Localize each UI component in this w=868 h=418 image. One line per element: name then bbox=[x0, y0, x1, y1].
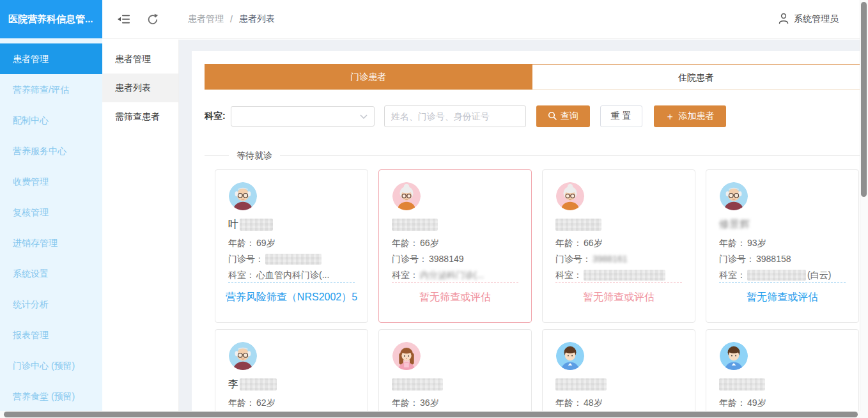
reset-button[interactable]: 重 置 bbox=[600, 105, 642, 127]
patient-name bbox=[555, 377, 682, 391]
patient-info: 年龄：66岁门诊号：3988161科室： bbox=[555, 235, 682, 283]
patient-info-row: 年龄：66岁 bbox=[392, 235, 518, 251]
sidebar-item-11[interactable]: 营养食堂 (预留) bbox=[0, 381, 102, 412]
patient-info: 年龄：93岁门诊号：3988158科室：(白云) bbox=[719, 235, 846, 283]
refresh-icon[interactable] bbox=[147, 13, 159, 25]
sidebar-item-0[interactable]: 患者管理 bbox=[0, 43, 102, 74]
main-area: 门诊患者住院患者 科室: 查询 重 置 bbox=[179, 40, 868, 418]
sidebar-item-10[interactable]: 门诊中心 (预留) bbox=[0, 350, 102, 381]
submenu-item-0[interactable]: 患者管理 bbox=[102, 45, 178, 74]
patient-card[interactable]: 年龄：48岁门诊号：3988176 bbox=[542, 329, 695, 418]
patient-info: 年龄：66岁门诊号：3988149科室：内分泌科门诊(... bbox=[392, 235, 518, 283]
add-patient-button[interactable]: ＋ 添加患者 bbox=[654, 105, 726, 127]
patient-info-row: 年龄：49岁 bbox=[719, 395, 846, 411]
breadcrumb-current: 患者列表 bbox=[239, 13, 275, 25]
vertical-scrollbar[interactable] bbox=[860, 0, 868, 411]
patient-avatar bbox=[719, 182, 748, 211]
censored-text bbox=[584, 270, 665, 281]
sidebar-item-8[interactable]: 统计分析 bbox=[0, 289, 102, 320]
sidebar-item-6[interactable]: 进销存管理 bbox=[0, 228, 102, 258]
patient-info-row: 门诊号： bbox=[228, 251, 355, 267]
query-button[interactable]: 查询 bbox=[536, 105, 590, 127]
patient-info-row: 科室： bbox=[555, 267, 682, 283]
censored-text bbox=[747, 270, 806, 281]
sidebar-item-5[interactable]: 复核管理 bbox=[0, 197, 102, 228]
patient-card[interactable]: 年龄：36岁门诊号： bbox=[378, 329, 532, 418]
patient-avatar bbox=[392, 182, 421, 211]
censored-text bbox=[240, 378, 277, 391]
patient-action-link[interactable]: 暂无筛查或评估 bbox=[706, 291, 858, 304]
sidebar-item-3[interactable]: 营养服务中心 bbox=[0, 135, 102, 166]
sidebar-item-2[interactable]: 配制中心 bbox=[0, 105, 102, 135]
submenu-item-1[interactable]: 患者列表 bbox=[102, 74, 178, 102]
patient-info-row: 年龄：66岁 bbox=[555, 235, 682, 251]
patient-avatar bbox=[555, 182, 585, 211]
breadcrumb: 患者管理 / 患者列表 bbox=[188, 13, 275, 25]
patient-avatar bbox=[719, 341, 748, 371]
secondary-sidebar: 患者管理患者列表需筛查患者 bbox=[102, 40, 179, 418]
patient-card[interactable]: 李 年龄：62岁门诊号： bbox=[215, 329, 368, 418]
patient-info-row: 科室：(白云) bbox=[719, 267, 846, 283]
patient-tabs: 门诊患者住院患者 bbox=[205, 64, 860, 90]
patient-info-row: 年龄：48岁 bbox=[555, 395, 682, 411]
patient-info-row: 年龄：36岁 bbox=[392, 395, 518, 411]
card-dashed-divider bbox=[392, 283, 518, 283]
patient-name bbox=[392, 377, 518, 391]
patient-info-row: 门诊号：3988161 bbox=[555, 251, 682, 267]
patient-card[interactable]: 修景辉 年龄：93岁门诊号：3988158科室：(白云) 暂无筛查或评估 bbox=[706, 169, 859, 323]
primary-sidebar: 医院营养科信息管... 患者管理营养筛查/评估配制中心营养服务中心收费管理复核管… bbox=[0, 0, 102, 418]
censored-text bbox=[392, 219, 438, 231]
content-panel: 门诊患者住院患者 科室: 查询 重 置 bbox=[192, 51, 860, 418]
collapse-menu-icon[interactable] bbox=[118, 14, 130, 24]
tab-1[interactable]: 住院患者 bbox=[532, 64, 860, 89]
patient-name: 修景辉 bbox=[719, 217, 846, 231]
submenu-item-2[interactable]: 需筛查患者 bbox=[102, 102, 178, 131]
censored-text bbox=[555, 219, 601, 231]
patient-avatar bbox=[555, 341, 585, 371]
user-menu[interactable]: 系统管理员 bbox=[779, 13, 839, 26]
censored-text bbox=[555, 378, 607, 391]
plus-icon: ＋ bbox=[665, 111, 675, 123]
horizontal-scrollbar-thumb[interactable] bbox=[4, 412, 858, 417]
patient-info-row: 科室：内分泌科门诊(... bbox=[392, 267, 518, 283]
patient-info-row: 年龄：93岁 bbox=[719, 235, 846, 251]
patient-card[interactable]: 叶 年龄：69岁门诊号：科室：心血管内科门诊(... 营养风险筛查（NRS200… bbox=[215, 169, 368, 323]
chevron-down-icon bbox=[360, 114, 368, 119]
card-dashed-divider bbox=[719, 283, 846, 283]
vertical-scrollbar-thumb[interactable] bbox=[861, 2, 867, 197]
censored-text bbox=[392, 378, 443, 391]
patient-card-grid: 叶 年龄：69岁门诊号：科室：心血管内科门诊(... 营养风险筛查（NRS200… bbox=[215, 169, 860, 418]
card-dashed-divider bbox=[228, 283, 355, 283]
sidebar-item-7[interactable]: 系统设置 bbox=[0, 258, 102, 289]
horizontal-scrollbar[interactable] bbox=[0, 411, 868, 418]
sidebar-item-9[interactable]: 报表管理 bbox=[0, 320, 102, 350]
patient-action-link[interactable]: 暂无筛查或评估 bbox=[543, 291, 695, 304]
app-title: 医院营养科信息管... bbox=[0, 0, 102, 38]
censored-text bbox=[265, 254, 322, 265]
patient-action-link[interactable]: 营养风险筛查（NRS2002）5 bbox=[215, 291, 368, 304]
patient-card[interactable]: 年龄：49岁门诊号： bbox=[706, 329, 859, 418]
patient-info-row: 年龄：62岁 bbox=[228, 395, 355, 411]
user-icon bbox=[779, 13, 789, 26]
dept-select[interactable] bbox=[231, 106, 375, 127]
search-input[interactable] bbox=[384, 105, 526, 127]
patient-name bbox=[719, 377, 846, 391]
patient-name: 叶 bbox=[228, 217, 355, 231]
patient-name bbox=[392, 217, 518, 231]
patient-action-link[interactable]: 暂无筛查或评估 bbox=[379, 291, 531, 304]
primary-menu: 患者管理营养筛查/评估配制中心营养服务中心收费管理复核管理进销存管理系统设置统计… bbox=[0, 43, 102, 412]
sidebar-item-1[interactable]: 营养筛查/评估 bbox=[0, 74, 102, 105]
breadcrumb-separator: / bbox=[230, 14, 233, 24]
patient-card[interactable]: 年龄：66岁门诊号：3988149科室：内分泌科门诊(... 暂无筛查或评估 bbox=[378, 169, 532, 323]
sidebar-item-4[interactable]: 收费管理 bbox=[0, 166, 102, 197]
patient-avatar bbox=[228, 341, 258, 371]
patient-card[interactable]: 年龄：66岁门诊号：3988161科室： 暂无筛查或评估 bbox=[542, 169, 695, 323]
card-dashed-divider bbox=[555, 283, 682, 283]
patient-name: 李 bbox=[228, 377, 355, 391]
tab-0[interactable]: 门诊患者 bbox=[205, 64, 532, 89]
dept-label: 科室: bbox=[205, 111, 226, 122]
patient-info-row: 年龄：69岁 bbox=[228, 235, 355, 251]
patient-info: 年龄：69岁门诊号：科室：心血管内科门诊(... bbox=[228, 235, 355, 283]
breadcrumb-item[interactable]: 患者管理 bbox=[188, 13, 224, 25]
patient-info-row: 门诊号：3988149 bbox=[392, 251, 518, 267]
